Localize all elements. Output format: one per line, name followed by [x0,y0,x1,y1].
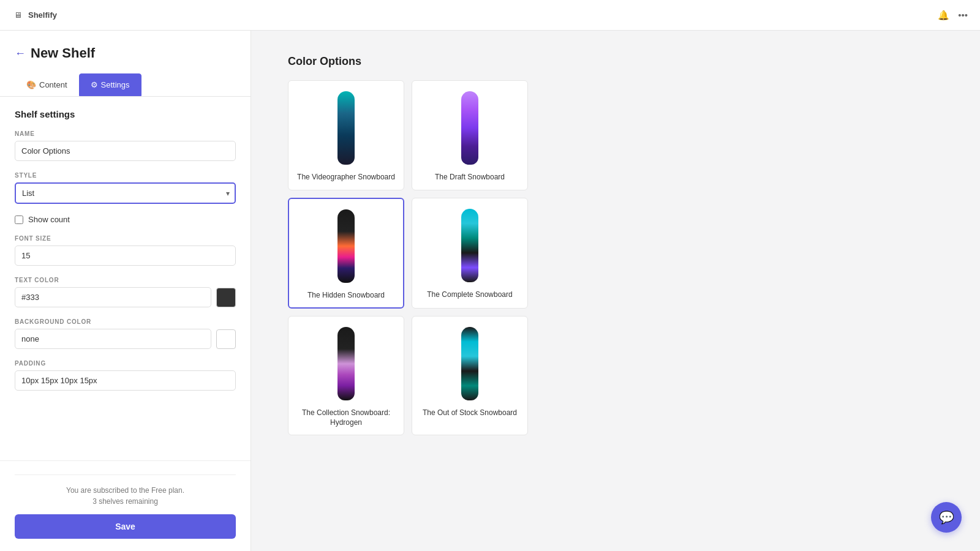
snowboard-img-2 [461,91,478,165]
background-color-field-group: BACKGROUND COLOR [15,318,236,349]
font-size-label: FONT SIZE [15,235,236,242]
product-name-3: The Hidden Snowboard [307,291,385,301]
product-name-5: The Collection Snowboard: Hydrogen [296,408,396,427]
tab-settings[interactable]: ⚙ Settings [79,73,141,96]
snowboard-img-6 [461,327,478,400]
snowboard-img-1 [337,91,355,165]
sidebar-bottom: You are subscribed to the Free plan. 3 s… [0,460,251,551]
product-card-2[interactable]: The Draft Snowboard [412,80,528,190]
more-icon[interactable]: ••• [958,10,968,20]
product-name-1: The Videographer Snowboard [297,173,395,182]
chat-button[interactable]: 💬 [931,502,962,533]
settings-tab-icon: ⚙ [91,80,98,89]
sidebar-form: Shelf settings NAME STYLE List Grid Caro… [0,97,251,460]
main-layout: ← New Shelf 🎨 Content ⚙ Settings Shelf s… [0,31,980,551]
product-name-2: The Draft Snowboard [435,173,505,182]
back-nav: ← New Shelf [15,45,236,61]
subscription-line2: 3 shelves remaining [92,497,158,506]
topbar: 🖥 Shelfify 🔔 ••• [0,0,980,31]
font-size-input[interactable] [15,246,236,266]
padding-field-group: PADDING [15,360,236,391]
snowboard-img-5 [337,327,355,400]
text-color-row [15,287,236,307]
show-count-label: Show count [28,215,70,224]
product-card-5[interactable]: The Collection Snowboard: Hydrogen [288,316,404,435]
subscription-line1: You are subscribed to the Free plan. [66,486,184,495]
product-name-6: The Out of Stock Snowboard [423,408,517,418]
padding-label: PADDING [15,360,236,367]
chat-icon: 💬 [939,510,954,525]
product-image-6 [451,324,488,403]
background-color-label: BACKGROUND COLOR [15,318,236,325]
style-label: STYLE [15,172,236,179]
snowboard-img-4 [461,209,478,282]
section-title: Color Options [288,55,943,68]
snowboard-img-3 [337,209,355,283]
product-card-3[interactable]: The Hidden Snowboard [288,198,404,309]
text-color-label: TEXT COLOR [15,277,236,283]
back-arrow-icon[interactable]: ← [15,47,26,60]
style-select[interactable]: List Grid Carousel [15,182,236,204]
style-select-wrapper: List Grid Carousel ▾ [15,182,236,204]
sidebar-header: ← New Shelf [0,31,251,73]
product-image-3 [328,206,364,286]
topbar-left: 🖥 Shelfify [12,10,57,21]
app-name: Shelfify [28,10,57,20]
text-color-field-group: TEXT COLOR [15,277,236,307]
name-label: NAME [15,130,236,137]
subscription-notice: You are subscribed to the Free plan. 3 s… [15,485,236,507]
topbar-right: 🔔 ••• [938,10,968,21]
tabs: 🎨 Content ⚙ Settings [0,73,251,97]
padding-input[interactable] [15,370,236,391]
name-field-group: NAME [15,130,236,161]
sidebar: ← New Shelf 🎨 Content ⚙ Settings Shelf s… [0,31,251,551]
show-count-row: Show count [15,215,236,224]
name-input[interactable] [15,141,236,161]
shelf-settings-title: Shelf settings [15,109,236,119]
product-image-2 [451,88,488,168]
background-color-swatch[interactable] [216,329,236,349]
product-card-6[interactable]: The Out of Stock Snowboard [412,316,528,435]
page-title: New Shelf [31,45,95,61]
product-grid: The Videographer Snowboard The Draft Sno… [288,80,943,435]
tab-content[interactable]: 🎨 Content [15,73,79,96]
content-tab-icon: 🎨 [26,80,36,89]
bell-icon[interactable]: 🔔 [938,10,949,21]
content-area: Color Options The Videographer Snowboard… [251,31,980,551]
product-image-5 [328,324,364,403]
product-card-4[interactable]: The Complete Snowboard [412,198,528,309]
text-color-input[interactable] [15,287,211,307]
product-card-1[interactable]: The Videographer Snowboard [288,80,404,190]
text-color-swatch[interactable] [216,288,236,307]
save-button[interactable]: Save [15,514,236,539]
background-color-row [15,329,236,349]
settings-tab-label: Settings [101,80,130,89]
style-field-group: STYLE List Grid Carousel ▾ [15,172,236,204]
background-color-input[interactable] [15,329,211,349]
font-size-field-group: FONT SIZE [15,235,236,266]
content-tab-label: Content [39,80,67,89]
product-image-1 [328,88,364,168]
show-count-checkbox[interactable] [15,216,23,224]
product-image-4 [451,206,488,285]
app-logo-icon: 🖥 [12,10,23,21]
divider [15,474,236,475]
product-name-4: The Complete Snowboard [427,290,512,300]
